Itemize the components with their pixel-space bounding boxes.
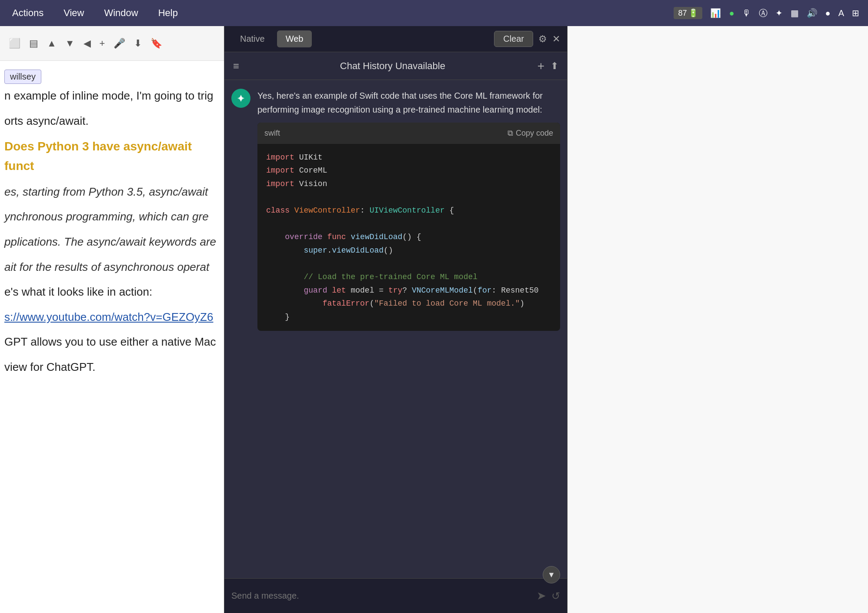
- battery-level: 87: [678, 9, 687, 18]
- refresh-button[interactable]: ↺: [551, 590, 560, 602]
- doc-paragraph-2b: ynchronous programming, which can gre: [4, 208, 222, 226]
- tab-bar: Native Web Clear ⚙ ✕: [224, 26, 567, 52]
- chat-header: ≡ Chat History Unavailable + ⬆: [224, 52, 567, 80]
- code-body: import UIKit import CoreML import Vision…: [257, 144, 560, 331]
- copy-label: Copy code: [516, 129, 553, 138]
- doc-heading: Does Python 3 have async/await funct: [4, 137, 222, 176]
- menu-view[interactable]: View: [60, 6, 87, 20]
- settings-button[interactable]: ⚙: [538, 33, 547, 45]
- doc-paragraph-1b: orts async/await.: [4, 112, 222, 130]
- doc-paragraph-2c: pplications. The async/await keywords ar…: [4, 233, 222, 251]
- menu-actions[interactable]: Actions: [9, 6, 47, 20]
- code-line-3: import Vision: [266, 177, 551, 191]
- translate-icon: Ⓐ: [759, 7, 768, 19]
- code-block: swift ⧉ Copy code import UIKit import Co…: [257, 123, 560, 331]
- menu-window[interactable]: Window: [100, 6, 141, 20]
- chat-title: Chat History Unavailable: [248, 60, 537, 72]
- menu-icon[interactable]: ≡: [233, 60, 239, 72]
- send-button[interactable]: ➤: [537, 589, 546, 603]
- code-line-1: import UIKit: [266, 151, 551, 164]
- mic-icon[interactable]: 🎤: [114, 38, 125, 49]
- tab-native[interactable]: Native: [231, 30, 274, 47]
- avatar: [231, 89, 250, 108]
- magic-icon: ✦: [775, 8, 783, 18]
- wifi-icon: ●: [729, 8, 734, 18]
- doc-paragraph-2d: ait for the results of asynchronous oper…: [4, 258, 222, 277]
- nav-down-icon[interactable]: ▼: [65, 38, 75, 49]
- message-content: Yes, here's an example of Swift code tha…: [257, 89, 560, 331]
- code-line-10: }: [266, 310, 551, 324]
- control-center-icon: ⊞: [852, 8, 859, 18]
- message-text: Yes, here's an example of Swift code tha…: [257, 89, 560, 117]
- menubar-right: 87 🔋 📊 ● 🎙 Ⓐ ✦ ▦ 🔊 ● A ⊞: [674, 7, 859, 19]
- nav-up-icon[interactable]: ▲: [47, 38, 57, 49]
- document-content: n example of inline mode, I'm going to t…: [0, 78, 226, 392]
- code-line-8: guard let model = try? VNCoreMLModel(for…: [266, 284, 551, 297]
- right-background: [568, 26, 868, 613]
- toolbar: ⬜ ▤ ▲ ▼ ◀ + 🎤 ⬇ 🔖: [0, 26, 226, 61]
- chat-panel: Native Web Clear ⚙ ✕ ≡ Chat History Unav…: [224, 26, 568, 613]
- chat-messages: Yes, here's an example of Swift code tha…: [224, 80, 567, 578]
- chat-input[interactable]: [231, 591, 531, 601]
- menu-extra-1: ▦: [791, 8, 799, 18]
- export-button[interactable]: ⬆: [551, 60, 558, 72]
- scroll-down-button[interactable]: ▼: [543, 566, 560, 583]
- code-line-4: class ViewController: UIViewController {: [266, 204, 551, 217]
- sidebar-toggle-icon[interactable]: ⬜: [9, 38, 20, 49]
- menubar: Actions View Window Help 87 🔋 📊 ● 🎙 Ⓐ ✦ …: [0, 0, 868, 26]
- code-line-5: override func viewDidLoad() {: [266, 230, 551, 244]
- doc-paragraph-4b: view for ChatGPT.: [4, 358, 222, 376]
- doc-paragraph-2a: es, starting from Python 3.5, async/awai…: [4, 183, 222, 201]
- dot-icon: ●: [825, 8, 831, 18]
- message-row: Yes, here's an example of Swift code tha…: [231, 89, 560, 331]
- code-line-2: import CoreML: [266, 164, 551, 177]
- close-button[interactable]: ✕: [552, 33, 560, 45]
- code-line-7: // Load the pre-trained Core ML model: [266, 270, 551, 284]
- doc-paragraph-4a: GPT allows you to use either a native Ma…: [4, 333, 222, 351]
- tab-web[interactable]: Web: [277, 30, 312, 47]
- bookmark-icon[interactable]: 🔖: [150, 38, 162, 49]
- code-header: swift ⧉ Copy code: [257, 123, 560, 144]
- add-icon[interactable]: +: [100, 38, 105, 49]
- tab-bar-actions: Clear ⚙ ✕: [494, 31, 560, 47]
- menu-help[interactable]: Help: [155, 6, 181, 20]
- download-icon[interactable]: ⬇: [134, 38, 142, 49]
- panel-icon[interactable]: ▤: [29, 38, 38, 49]
- doc-link[interactable]: s://www.youtube.com/watch?v=GEZOyZ6: [4, 308, 222, 326]
- code-language: swift: [264, 127, 280, 140]
- code-line-6: super.viewDidLoad(): [266, 244, 551, 257]
- battery-icon: 🔋: [688, 8, 698, 18]
- podcast-icon: 🎙: [742, 8, 751, 18]
- copy-code-button[interactable]: ⧉ Copy code: [507, 129, 553, 138]
- code-line-9: fatalError("Failed to load Core ML model…: [266, 297, 551, 310]
- document-area: ⬜ ▤ ▲ ▼ ◀ + 🎤 ⬇ 🔖 willsey n example of i…: [0, 26, 226, 613]
- back-icon[interactable]: ◀: [83, 38, 91, 49]
- doc-paragraph-1: n example of inline mode, I'm going to t…: [4, 87, 222, 105]
- doc-paragraph-3: e's what it looks like in action:: [4, 283, 222, 301]
- breadcrumb-tag: willsey: [4, 70, 41, 84]
- add-chat-button[interactable]: +: [537, 59, 544, 73]
- chat-input-area: ➤ ↺: [224, 578, 567, 613]
- copy-icon: ⧉: [507, 129, 513, 138]
- clear-button[interactable]: Clear: [494, 31, 533, 47]
- font-icon: A: [838, 8, 844, 18]
- stats-icon: 📊: [710, 8, 721, 18]
- battery-indicator: 87 🔋: [674, 7, 702, 19]
- volume-icon: 🔊: [807, 8, 818, 18]
